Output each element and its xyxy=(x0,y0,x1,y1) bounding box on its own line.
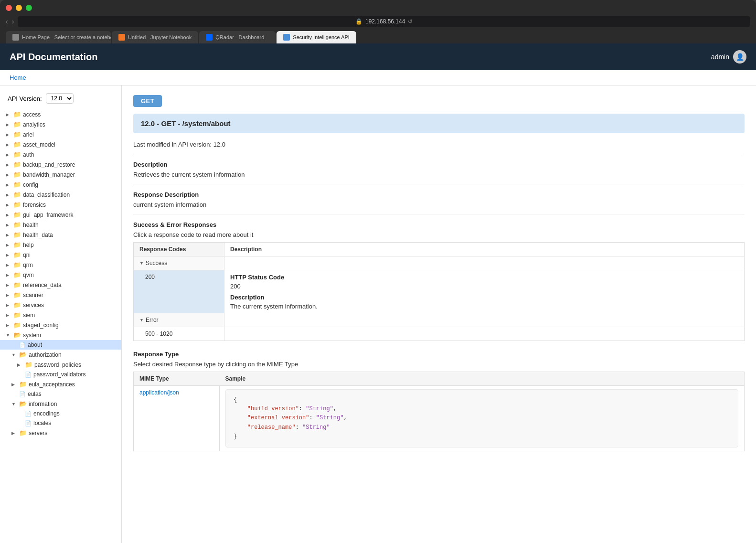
chevron-right-icon: ▶ xyxy=(6,152,11,157)
close-button[interactable] xyxy=(6,5,12,11)
sidebar-item-servers[interactable]: ▶ 📁 servers xyxy=(0,428,121,438)
api-version-select[interactable]: 12.0 xyxy=(46,93,74,104)
error-range-row[interactable]: 500 - 1020 xyxy=(134,327,745,341)
sidebar-item-auth[interactable]: ▶ 📁 auth xyxy=(0,149,121,160)
sidebar-item-information[interactable]: ▼ 📂 information xyxy=(0,399,121,409)
item-label: services xyxy=(23,302,44,309)
sidebar-item-scanner[interactable]: ▶ 📁 scanner xyxy=(0,290,121,300)
sidebar-item-ariel[interactable]: ▶ 📁 ariel xyxy=(0,129,121,139)
endpoint-title: 12.0 - GET - /system/about xyxy=(141,119,737,128)
sidebar-item-reference[interactable]: ▶ 📁 reference_data xyxy=(0,280,121,290)
success-desc xyxy=(224,256,745,270)
sidebar-item-gui-app[interactable]: ▶ 📁 gui_app_framework xyxy=(0,210,121,220)
folder-open-icon: 📂 xyxy=(19,400,27,407)
chevron-right-icon: ▶ xyxy=(6,233,11,237)
item-label: authorization xyxy=(29,351,62,358)
home-breadcrumb[interactable]: Home xyxy=(10,74,26,81)
chevron-down-icon: ▼ xyxy=(139,318,144,322)
folder-icon: 📁 xyxy=(13,321,21,329)
username: admin xyxy=(711,53,729,61)
maximize-button[interactable] xyxy=(26,5,32,11)
error-label: Error xyxy=(146,317,159,323)
sidebar-item-help[interactable]: ▶ 📁 help xyxy=(0,240,121,250)
sidebar-item-bandwidth[interactable]: ▶ 📁 bandwidth_manager xyxy=(0,170,121,180)
error-row[interactable]: ▼ Error xyxy=(134,313,745,327)
sidebar-item-health[interactable]: ▶ 📁 health xyxy=(0,220,121,230)
forward-button[interactable]: › xyxy=(12,18,14,25)
code-sample: { "build_version": "String", "external_v… xyxy=(225,389,738,447)
browser-tabs: Home Page - Select or create a notebook … xyxy=(6,31,750,43)
sidebar-item-qni[interactable]: ▶ 📁 qni xyxy=(0,250,121,260)
item-label: bandwidth_manager xyxy=(23,171,75,178)
code-200: 200 xyxy=(145,274,155,280)
tab-qradar[interactable]: QRadar - Dashboard xyxy=(199,31,276,43)
tab-jupyter[interactable]: Untitled - Jupyter Notebook xyxy=(112,31,198,43)
sidebar-item-forensics[interactable]: ▶ 📁 forensics xyxy=(0,200,121,210)
chevron-right-icon: ▶ xyxy=(6,213,11,217)
mime-type-cell[interactable]: application/json xyxy=(134,386,220,451)
sidebar-item-encodings[interactable]: 📄 encodings xyxy=(0,409,121,418)
address-bar[interactable]: 🔒 192.168.56.144 ↺ xyxy=(18,16,750,27)
sidebar-item-qrm[interactable]: ▶ 📁 qrm xyxy=(0,260,121,270)
sidebar-item-config[interactable]: ▶ 📁 config xyxy=(0,180,121,190)
sidebar-item-backup[interactable]: ▶ 📁 backup_and_restore xyxy=(0,160,121,170)
sidebar-item-password-policies[interactable]: ▶ 📁 password_policies xyxy=(0,360,121,370)
back-button[interactable]: ‹ xyxy=(6,18,8,25)
folder-icon: 📁 xyxy=(13,151,21,158)
code-200-details: HTTP Status Code 200 Description The cur… xyxy=(224,270,745,314)
folder-icon: 📁 xyxy=(13,311,21,319)
description-header: Description xyxy=(224,243,745,256)
chevron-right-icon: ▶ xyxy=(6,303,11,308)
sidebar-item-about[interactable]: 📄 about xyxy=(0,340,121,350)
content-layout: API Version: 12.0 ▶ 📁 access ▶ 📁 analyti… xyxy=(0,85,756,543)
sidebar-item-asset-model[interactable]: ▶ 📁 asset_model xyxy=(0,139,121,149)
item-label: staged_config xyxy=(23,322,59,329)
sidebar-item-health-data[interactable]: ▶ 📁 health_data xyxy=(0,230,121,240)
sidebar-item-eula-acceptances[interactable]: ▶ 📁 eula_acceptances xyxy=(0,379,121,389)
response-type-section: Response Type Select desired Response ty… xyxy=(133,351,745,451)
sidebar-item-analytics[interactable]: ▶ 📁 analytics xyxy=(0,119,121,129)
sidebar-item-eulas[interactable]: 📄 eulas xyxy=(0,389,121,399)
error-desc xyxy=(224,313,745,327)
sidebar: API Version: 12.0 ▶ 📁 access ▶ 📁 analyti… xyxy=(0,85,122,543)
tab-home[interactable]: Home Page - Select or create a notebook xyxy=(6,31,111,43)
api-version-row: API Version: 12.0 xyxy=(0,91,121,109)
chevron-right-icon: ▶ xyxy=(6,182,11,187)
code-200-row[interactable]: 200 HTTP Status Code 200 Description The… xyxy=(134,270,745,314)
response-codes-header: Response Codes xyxy=(134,243,224,256)
chevron-right-icon: ▶ xyxy=(6,263,11,267)
chevron-right-icon: ▶ xyxy=(6,132,11,137)
success-error-label: Success & Error Responses xyxy=(133,221,745,228)
select-mime-label: Select desired Response type by clicking… xyxy=(133,361,745,368)
tab-secapi[interactable]: Security Intelligence API xyxy=(277,31,356,43)
sidebar-item-qvm[interactable]: ▶ 📁 qvm xyxy=(0,270,121,280)
sidebar-item-password-validators[interactable]: 📄 password_validators xyxy=(0,370,121,379)
sidebar-item-data-class[interactable]: ▶ 📁 data_classification xyxy=(0,190,121,200)
chevron-right-icon: ▶ xyxy=(6,273,11,277)
sidebar-item-locales[interactable]: 📄 locales xyxy=(0,418,121,428)
file-icon: 📄 xyxy=(25,411,32,417)
mime-type-link[interactable]: application/json xyxy=(139,389,179,396)
folder-icon: 📁 xyxy=(13,161,21,168)
http-status-title: HTTP Status Code xyxy=(230,274,738,281)
success-row[interactable]: ▼ Success xyxy=(134,256,745,270)
item-label: about xyxy=(28,341,42,348)
sidebar-item-access[interactable]: ▶ 📁 access xyxy=(0,109,121,119)
folder-icon: 📁 xyxy=(13,291,21,298)
divider xyxy=(133,184,745,184)
response-codes-table: Response Codes Description ▼ Success xyxy=(133,242,745,341)
sidebar-item-siem[interactable]: ▶ 📁 siem xyxy=(0,310,121,320)
sidebar-item-services[interactable]: ▶ 📁 services xyxy=(0,300,121,310)
chevron-down-icon: ▼ xyxy=(11,352,17,357)
user-area: admin 👤 xyxy=(711,50,746,64)
minimize-button[interactable] xyxy=(16,5,22,11)
response-desc-text: current system information xyxy=(133,201,745,208)
tab-home-label: Home Page - Select or create a notebook xyxy=(22,34,111,40)
chevron-down-icon: ▼ xyxy=(11,402,17,406)
reload-icon: ↺ xyxy=(408,18,413,25)
sidebar-item-authorization[interactable]: ▼ 📂 authorization xyxy=(0,350,121,360)
sidebar-item-staged-config[interactable]: ▶ 📁 staged_config xyxy=(0,320,121,330)
sidebar-item-system[interactable]: ▼ 📂 system xyxy=(0,330,121,340)
folder-open-icon: 📂 xyxy=(13,331,21,339)
main-window: API Documentation admin 👤 Home API Versi… xyxy=(0,43,756,543)
